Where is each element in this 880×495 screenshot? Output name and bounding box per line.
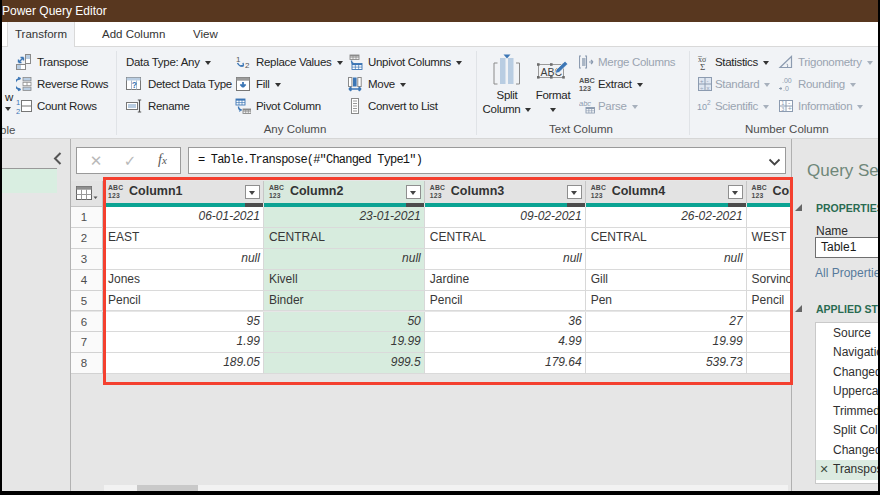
svg-text:.00: .00 (782, 77, 792, 84)
svg-text:+: + (700, 78, 704, 84)
svg-text:abc: abc (579, 99, 591, 108)
svg-text:2: 2 (707, 99, 711, 106)
svg-text:1: 1 (236, 55, 241, 64)
svg-text:.0: .0 (783, 85, 789, 92)
svg-text:123: 123 (579, 84, 591, 92)
svg-text:3: 3 (781, 106, 784, 112)
svg-text:1: 1 (16, 98, 20, 107)
svg-text:2: 2 (16, 107, 20, 114)
svg-text:x: x (707, 85, 710, 91)
svg-text:2: 2 (245, 61, 250, 70)
svg-text:-: - (707, 78, 709, 84)
svg-text:Σ: Σ (700, 62, 705, 71)
svg-text:?: ? (132, 80, 137, 90)
svg-text:+: + (788, 105, 792, 112)
svg-text:10: 10 (697, 102, 707, 112)
